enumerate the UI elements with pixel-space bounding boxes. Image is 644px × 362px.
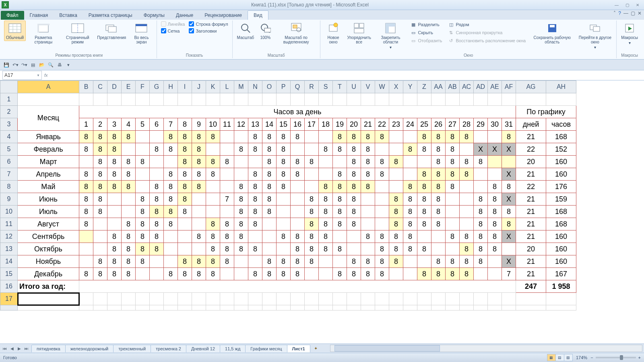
minimize-button[interactable]: — <box>612 2 621 8</box>
hdr-day-21[interactable]: 21 <box>361 118 375 131</box>
help-icon[interactable]: ? <box>618 10 621 16</box>
cell[interactable] <box>248 305 262 311</box>
hdr-schedule[interactable]: По графику <box>516 106 576 118</box>
cell-7-26[interactable]: 8 <box>431 168 446 181</box>
col-header-L[interactable]: L <box>220 81 234 93</box>
cell-13-6[interactable]: 8 <box>150 243 164 255</box>
cell-6-30[interactable] <box>488 156 502 168</box>
cell-12-7[interactable] <box>164 230 178 243</box>
cell[interactable] <box>136 305 150 311</box>
cell-9-10[interactable] <box>206 193 220 206</box>
view-pagebreak-button[interactable]: Страничный режим <box>61 21 94 45</box>
cell-month-9[interactable]: Июнь <box>18 193 79 206</box>
cell-4-19[interactable]: 8 <box>333 131 347 143</box>
cell-10-5[interactable]: 8 <box>136 206 150 218</box>
cell-10-12[interactable]: 8 <box>234 206 248 218</box>
cell-6-31[interactable] <box>502 156 516 168</box>
cell-6-25[interactable] <box>417 156 431 168</box>
new-window-button[interactable]: Новое окно <box>323 21 344 45</box>
col-header-AA[interactable]: AA <box>431 81 446 93</box>
col-header-AE[interactable]: AE <box>488 81 502 93</box>
cell-15-4[interactable]: 8 <box>122 268 136 280</box>
col-header-N[interactable]: N <box>248 81 262 93</box>
view-layout-icon[interactable]: ▤ <box>555 354 564 361</box>
cell-8-23[interactable] <box>389 181 403 193</box>
cell-month-4[interactable]: Январь <box>18 131 79 143</box>
cell-12-15[interactable]: 8 <box>277 230 291 243</box>
cell-7-19[interactable]: 8 <box>333 168 347 181</box>
cell-5-22[interactable] <box>375 143 389 156</box>
col-header-T[interactable]: T <box>333 81 347 93</box>
sheet-tab-0[interactable]: пятидневка <box>31 345 66 352</box>
cell-10-19[interactable]: 8 <box>333 206 347 218</box>
cell[interactable] <box>305 293 319 305</box>
cell-11-12[interactable]: 8 <box>234 218 248 230</box>
cell-14-28[interactable]: 8 <box>460 255 474 268</box>
cell-15-25[interactable]: 8 <box>417 268 431 280</box>
cell-14-16[interactable]: 8 <box>291 255 305 268</box>
cell-days-6[interactable]: 20 <box>516 156 546 168</box>
cell-10-21[interactable] <box>361 206 375 218</box>
cell-days-15[interactable]: 21 <box>516 268 546 280</box>
hdr-day-7[interactable]: 7 <box>164 118 178 131</box>
hdr-day-29[interactable]: 29 <box>474 118 488 131</box>
qat-save-icon[interactable]: 💾 <box>2 61 10 69</box>
row-header-4[interactable]: 4 <box>0 131 18 143</box>
row-header-16[interactable]: 16 <box>0 280 18 293</box>
cell-6-6[interactable] <box>150 156 164 168</box>
cell-12-6[interactable]: 8 <box>150 230 164 243</box>
hdr-day-3[interactable]: 3 <box>107 118 122 131</box>
hdr-day-31[interactable]: 31 <box>502 118 516 131</box>
cell-14-4[interactable]: 8 <box>122 255 136 268</box>
cell-15-20[interactable]: 8 <box>347 268 361 280</box>
cell-7-27[interactable]: 8 <box>446 168 460 181</box>
cell-9-19[interactable]: 8 <box>333 193 347 206</box>
cell-13-28[interactable]: 8 <box>460 243 474 255</box>
cell[interactable] <box>220 93 234 106</box>
cell-5-21[interactable]: 8 <box>361 143 375 156</box>
cell-4-12[interactable] <box>234 131 248 143</box>
cell-10-3[interactable] <box>107 206 122 218</box>
cell-4-20[interactable]: 8 <box>347 131 361 143</box>
cell-4-4[interactable]: 8 <box>122 131 136 143</box>
sheet-tab-6[interactable]: Графики месяц <box>245 345 287 352</box>
cell[interactable] <box>333 93 347 106</box>
cell[interactable] <box>178 293 192 305</box>
cell-4-26[interactable]: 8 <box>431 131 446 143</box>
col-header-U[interactable]: U <box>347 81 361 93</box>
hdr-day-17[interactable]: 17 <box>305 118 319 131</box>
cell-4-9[interactable]: 8 <box>192 131 206 143</box>
cell[interactable] <box>262 305 277 311</box>
cell-8-9[interactable]: 8 <box>192 181 206 193</box>
cell[interactable] <box>375 293 389 305</box>
cell-9-13[interactable]: 8 <box>248 193 262 206</box>
row-header-13[interactable]: 13 <box>0 243 18 255</box>
cell-10-26[interactable]: 8 <box>431 206 446 218</box>
cell[interactable] <box>79 293 93 305</box>
cell-12-29[interactable]: 8 <box>474 230 488 243</box>
cell[interactable] <box>319 305 333 311</box>
cell-8-6[interactable]: 8 <box>150 181 164 193</box>
cell-11-1[interactable]: 8 <box>79 218 93 230</box>
cell-hours-4[interactable]: 168 <box>546 131 576 143</box>
cell-15-27[interactable]: 8 <box>446 268 460 280</box>
cell-hours-14[interactable]: 160 <box>546 255 576 268</box>
cell-hours-8[interactable]: 176 <box>546 181 576 193</box>
cell-15-2[interactable]: 8 <box>93 268 107 280</box>
cell-10-18[interactable]: 8 <box>319 206 333 218</box>
cell-10-23[interactable]: 8 <box>389 206 403 218</box>
cell-11-27[interactable] <box>446 218 460 230</box>
cell-9-20[interactable]: 8 <box>347 193 361 206</box>
cell-15-7[interactable]: 8 <box>164 268 178 280</box>
cell-15-18[interactable] <box>319 268 333 280</box>
cell-hours-12[interactable]: 160 <box>546 230 576 243</box>
cell-7-11[interactable] <box>220 168 234 181</box>
cell-11-16[interactable] <box>291 218 305 230</box>
cell-13-20[interactable] <box>347 243 361 255</box>
view-normal-button[interactable]: Обычный <box>4 21 26 41</box>
cell[interactable] <box>488 93 502 106</box>
row-header-3[interactable]: 3 <box>0 118 18 131</box>
col-header-AD[interactable]: AD <box>474 81 488 93</box>
col-header-Y[interactable]: Y <box>403 81 417 93</box>
cell-5-29[interactable]: X <box>474 143 488 156</box>
